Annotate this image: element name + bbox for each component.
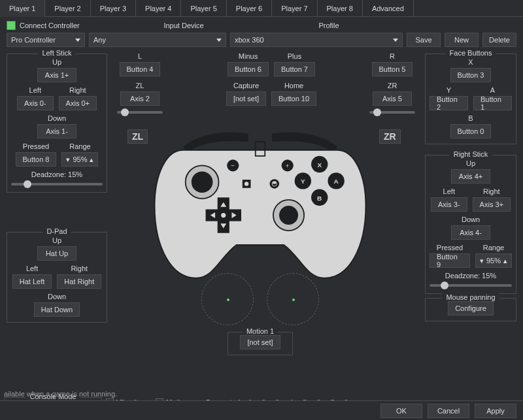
motion-group: Motion 1 [not set] (228, 332, 293, 355)
ls-up-binding[interactable]: Axis 1+ (37, 68, 76, 82)
ls-range-spinner[interactable]: ▾95%▴ (61, 152, 98, 167)
tab-player-1[interactable]: Player 1 (0, 0, 45, 17)
chevron-down-icon (75, 39, 80, 42)
rs-right-label: Right (483, 187, 500, 195)
ls-left-binding[interactable]: Axis 0- (17, 96, 54, 110)
capture-binding[interactable]: [not set] (226, 91, 266, 106)
rs-right-binding[interactable]: Axis 3+ (473, 197, 511, 212)
ls-up-label: Up (52, 58, 61, 66)
apply-button[interactable]: Apply (475, 404, 516, 418)
rs-down-binding[interactable]: Axis 4- (451, 225, 490, 240)
l-binding[interactable]: Button 4 (120, 62, 161, 76)
status-text: ailable when a game is not running. (0, 387, 121, 400)
tab-player-6[interactable]: Player 6 (227, 0, 272, 16)
svg-rect-9 (273, 182, 276, 184)
tab-player-3[interactable]: Player 3 (91, 0, 136, 16)
ls-deadzone-slider[interactable] (11, 183, 103, 186)
controller-graphic: − + X Y A (123, 123, 397, 358)
rs-range-spinner[interactable]: ▾95%▴ (475, 253, 512, 268)
svg-text:Y: Y (301, 178, 305, 185)
left-stick-title: Left Stick (38, 49, 75, 57)
rs-up-label: Up (466, 159, 475, 167)
right-stick-visual (267, 273, 319, 325)
dialog-footer: OK Cancel Apply (0, 400, 523, 420)
ls-pressed-label: Pressed (23, 142, 49, 150)
dpad-up-binding[interactable]: Hat Up (37, 246, 76, 261)
svg-text:B: B (317, 195, 322, 202)
minus-binding[interactable]: Button 6 (228, 62, 269, 76)
new-button[interactable]: New (445, 33, 479, 47)
ls-down-label: Down (48, 114, 66, 122)
connect-indicator[interactable] (7, 21, 16, 30)
ls-right-binding[interactable]: Axis 0+ (59, 96, 97, 110)
left-stick-group: Left Stick Up Axis 1+ Left Axis 0- Right… (7, 54, 107, 193)
face-b-label: B (468, 114, 473, 122)
dpad-left-binding[interactable]: Hat Left (12, 274, 52, 289)
face-b-binding[interactable]: Button 0 (450, 124, 492, 138)
ls-range-value: 95% (73, 155, 87, 163)
svg-text:A: A (334, 178, 339, 185)
ls-pressed-binding[interactable]: Button 8 (16, 152, 57, 167)
svg-point-7 (270, 179, 280, 189)
player-tabs: Player 1 Player 2 Player 3 Player 4 Play… (0, 0, 523, 17)
face-x-binding[interactable]: Button 3 (450, 68, 492, 82)
zr-slider[interactable] (369, 111, 415, 114)
tab-player-2[interactable]: Player 2 (45, 0, 90, 16)
face-y-binding[interactable]: Button 2 (430, 96, 468, 110)
face-a-binding[interactable]: Button 1 (473, 96, 512, 110)
rs-range-value: 95% (486, 257, 501, 265)
zl-binding[interactable]: Axis 2 (120, 91, 160, 106)
rs-deadzone-slider[interactable] (430, 284, 512, 287)
rs-left-binding[interactable]: Axis 3- (431, 197, 467, 212)
r-binding[interactable]: Button 5 (372, 62, 413, 76)
left-stick-visual (201, 273, 254, 325)
tab-player-4[interactable]: Player 4 (136, 0, 181, 16)
svg-text:+: + (286, 162, 290, 169)
right-stick-group: Right Stick Up Axis 4+ Left Axis 3- Righ… (425, 155, 516, 294)
tab-player-8[interactable]: Player 8 (318, 0, 363, 16)
rs-down-label: Down (462, 216, 480, 223)
face-a-label: A (490, 86, 495, 94)
delete-button[interactable]: Delete (482, 33, 516, 47)
rs-pressed-binding[interactable]: Button 9 (430, 253, 470, 268)
profile-value: xbox 360 (235, 36, 264, 44)
zl-label: ZL (136, 82, 144, 89)
zr-binding[interactable]: Axis 5 (373, 91, 412, 106)
profile-dropdown[interactable]: xbox 360 (230, 33, 403, 47)
connect-label: Connect Controller (20, 22, 80, 29)
mouse-panning-group: Mouse panning Configure (425, 298, 516, 321)
ls-down-binding[interactable]: Axis 1- (37, 124, 76, 138)
rs-up-binding[interactable]: Axis 4+ (451, 169, 490, 184)
dpad-right-binding[interactable]: Hat Right (57, 274, 101, 289)
input-device-dropdown[interactable]: Any (89, 33, 226, 47)
controller-svg: − + X Y A (136, 123, 384, 289)
rs-pressed-label: Pressed (437, 244, 463, 251)
input-device-value: Any (93, 36, 106, 44)
face-x-label: X (468, 58, 473, 66)
tab-advanced[interactable]: Advanced (363, 0, 414, 16)
dpad-group: D-Pad Up Hat Up Left Hat Left Right Hat … (7, 232, 107, 323)
ls-left-label: Left (29, 86, 41, 94)
svg-point-11 (192, 171, 213, 193)
home-binding[interactable]: Button 10 (271, 91, 316, 106)
home-label: Home (284, 82, 303, 89)
zl-slider[interactable] (117, 111, 163, 114)
ls-range-label: Range (69, 142, 90, 150)
minus-label: Minus (239, 52, 258, 60)
mouse-panning-configure[interactable]: Configure (448, 301, 494, 315)
tab-player-5[interactable]: Player 5 (181, 0, 226, 16)
profile-label: Profile (256, 22, 401, 29)
dpad-down-binding[interactable]: Hat Down (34, 302, 80, 317)
save-button[interactable]: Save (407, 33, 441, 47)
tab-player-7[interactable]: Player 7 (272, 0, 317, 16)
dpad-up-label: Up (52, 236, 61, 244)
controller-type-dropdown[interactable]: Pro Controller (7, 33, 85, 47)
face-buttons-group: Face Buttons X Button 3 Y Button 2 A But… (425, 54, 516, 144)
dpad-left-label: Left (26, 265, 38, 272)
cancel-button[interactable]: Cancel (428, 404, 469, 418)
plus-binding[interactable]: Button 7 (274, 62, 315, 76)
l-label: L (138, 52, 142, 60)
ok-button[interactable]: OK (380, 404, 422, 418)
chevron-down-icon (393, 39, 398, 42)
motion-binding[interactable]: [not set] (240, 335, 280, 349)
